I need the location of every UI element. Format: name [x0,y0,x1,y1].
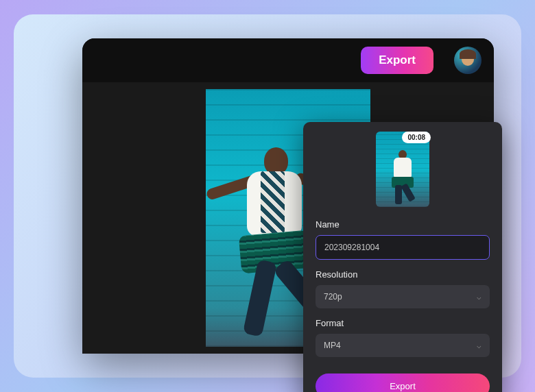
app-header: Export [82,38,494,82]
name-input[interactable] [316,235,490,260]
format-label: Format [316,318,490,328]
duration-badge: 00:08 [402,132,431,143]
resolution-value: 720p [324,292,342,302]
thumbnail-container: 00:08 [316,132,490,207]
format-field-group: Format MP4 ⌵ [316,318,490,357]
background-card: Export [14,14,521,378]
export-action-button[interactable]: Export [316,373,490,392]
export-panel: 00:08 Name Resolution 720p ⌵ For [303,122,502,392]
resolution-field-group: Resolution 720p ⌵ [316,269,490,308]
app-window: Export [82,38,494,354]
chevron-down-icon: ⌵ [477,293,482,302]
resolution-label: Resolution [316,269,490,280]
resolution-select[interactable]: 720p ⌵ [316,285,490,308]
chevron-down-icon: ⌵ [477,341,482,350]
export-button[interactable]: Export [361,47,433,74]
app-body: 00:08 Name Resolution 720p ⌵ For [82,82,494,354]
avatar[interactable] [454,47,482,74]
format-select[interactable]: MP4 ⌵ [316,334,490,357]
name-label: Name [316,219,490,230]
name-field-group: Name [316,219,490,260]
format-value: MP4 [324,341,341,350]
